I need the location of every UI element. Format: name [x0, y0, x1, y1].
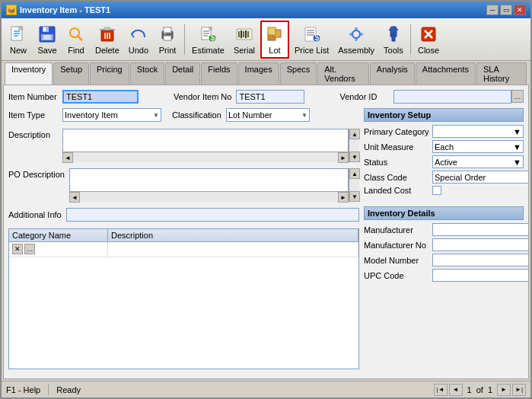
class-code-input[interactable] — [432, 171, 529, 184]
item-number-input[interactable] — [62, 90, 139, 104]
vendor-id-input[interactable] — [393, 90, 511, 104]
status-value: Active — [435, 158, 457, 167]
tab-pricing[interactable]: Pricing — [90, 62, 129, 85]
restore-button[interactable]: ▭ — [500, 5, 512, 15]
class-code-label: Class Code — [364, 173, 432, 182]
undo-icon — [129, 24, 148, 44]
status-select[interactable]: Active ▼ — [432, 155, 524, 168]
nav-first-button[interactable]: |◄ — [434, 384, 448, 396]
nav-prev-button[interactable]: ◄ — [449, 384, 463, 396]
tools-button[interactable]: Tools — [380, 21, 407, 59]
po-desc-scrollbar-v: ▲ ▼ — [349, 168, 359, 202]
lot-button[interactable]: Lot — [260, 21, 289, 59]
item-number-row: Item Number Vendor Item No Vendor ID … — [8, 90, 524, 104]
unit-measure-select[interactable]: Each ▼ — [432, 140, 524, 153]
description-scroll-right[interactable]: ► — [338, 152, 349, 163]
close-icon — [419, 24, 438, 44]
price-list-button[interactable]: $ Price List — [291, 21, 333, 59]
close-window-button[interactable]: ✕ — [514, 5, 526, 15]
item-type-row: Item Type Inventory Item ▼ Classificatio… — [8, 108, 359, 122]
tab-specs[interactable]: Specs — [280, 62, 317, 85]
lot-icon — [265, 24, 285, 44]
find-button[interactable]: Find — [62, 21, 90, 59]
find-icon — [66, 24, 86, 44]
tab-fields[interactable]: Fields — [201, 62, 237, 85]
tab-inventory[interactable]: Inventory — [5, 62, 53, 85]
left-panel: Item Type Inventory Item ▼ Classificatio… — [8, 108, 359, 369]
inventory-setup-title: Inventory Setup — [364, 108, 524, 122]
tab-stock[interactable]: Stock — [130, 62, 165, 85]
page-total: 1 — [488, 385, 492, 394]
tools-label: Tools — [384, 46, 403, 55]
primary-category-arrow: ▼ — [513, 127, 521, 136]
delete-label: Delete — [95, 46, 119, 55]
po-scroll-up[interactable]: ▲ — [349, 168, 360, 179]
title-bar: 📦 Inventory Item - TEST1 ─ ▭ ✕ — [2, 2, 530, 18]
tab-images[interactable]: Images — [238, 62, 279, 85]
manufacturer-no-label: Manufacturer No — [364, 241, 432, 250]
upc-code-input[interactable] — [432, 269, 529, 282]
manufacturer-no-row: Manufacturer No — [364, 238, 524, 251]
grid-add-row-button[interactable]: … — [24, 244, 35, 254]
svg-point-48 — [360, 33, 363, 36]
item-number-label: Item Number — [8, 92, 58, 101]
item-type-select[interactable]: Inventory Item ▼ — [62, 108, 161, 122]
po-scroll-down[interactable]: ▼ — [349, 191, 360, 202]
model-number-row: Model Number — [364, 254, 524, 267]
po-scroll-h-track — [80, 192, 338, 202]
print-button[interactable]: Print — [154, 21, 181, 59]
model-number-label: Model Number — [364, 256, 432, 265]
description-scroll-up[interactable]: ▲ — [349, 129, 360, 139]
svg-rect-23 — [209, 27, 212, 30]
manufacturer-label: Manufacturer — [364, 225, 432, 235]
close-button[interactable]: Close — [414, 21, 443, 59]
vendor-id-browse-button[interactable]: … — [511, 90, 524, 103]
new-button[interactable]: New — [5, 21, 32, 59]
serial-button[interactable]: Serial — [230, 21, 259, 59]
vendor-item-no-label: Vendor Item No — [174, 92, 231, 101]
assembly-icon — [346, 24, 366, 44]
undo-button[interactable]: Undo — [125, 21, 152, 59]
tab-setup[interactable]: Setup — [53, 62, 89, 85]
po-scroll-right[interactable]: ► — [338, 192, 349, 203]
landed-cost-checkbox[interactable] — [432, 186, 441, 195]
primary-category-select[interactable]: ▼ — [432, 125, 524, 138]
category-grid: Category Name Description ✕ … — [8, 228, 359, 369]
grid-action-cell: ✕ … — [9, 242, 108, 257]
classification-select[interactable]: Lot Number ▼ — [226, 108, 310, 122]
description-scrollbar-v: ▲ ▼ — [349, 129, 359, 162]
model-number-input[interactable] — [432, 254, 529, 267]
assembly-button[interactable]: Assembly — [334, 21, 378, 59]
primary-category-label: Primary Category — [364, 127, 432, 136]
classification-arrow: ▼ — [301, 112, 307, 119]
tab-alt-vendors[interactable]: Alt. Vendors — [317, 62, 369, 85]
delete-button[interactable]: Delete — [91, 21, 123, 59]
print-label: Print — [159, 46, 177, 55]
manufacturer-no-input[interactable] — [432, 238, 529, 251]
page-of: of — [476, 385, 483, 394]
po-scroll-left[interactable]: ◄ — [69, 192, 80, 203]
vendor-item-no-input[interactable] — [236, 90, 304, 104]
manufacturer-input[interactable] — [432, 223, 529, 236]
primary-category-row: Primary Category ▼ — [364, 125, 524, 138]
description-scroll-left[interactable]: ◄ — [62, 152, 73, 163]
nav-last-button[interactable]: ►| — [512, 384, 526, 396]
help-text: F1 - Help — [6, 385, 40, 394]
tab-analysis[interactable]: Analysis — [370, 62, 415, 85]
description-container: Description ▲ ▼ ◄ ► — [8, 129, 359, 162]
description-scroll-down[interactable]: ▼ — [349, 152, 360, 162]
tab-sla-history[interactable]: SLA History — [476, 62, 527, 85]
upc-code-row: UPC Code — [364, 269, 524, 282]
save-button[interactable]: Save — [33, 21, 61, 59]
window-title: Inventory Item - TEST1 — [20, 5, 110, 14]
undo-label: Undo — [129, 46, 148, 55]
additional-info-input[interactable] — [66, 208, 359, 222]
minimize-button[interactable]: ─ — [486, 5, 499, 15]
estimate-button[interactable]: $ Estimate — [188, 21, 228, 59]
nav-next-button[interactable]: ► — [497, 384, 511, 396]
grid-delete-row-button[interactable]: ✕ — [12, 244, 23, 254]
unit-measure-row: Unit Measure Each ▼ — [364, 140, 524, 153]
svg-text:$: $ — [314, 33, 319, 42]
tab-attachments[interactable]: Attachments — [416, 62, 476, 85]
tab-detail[interactable]: Detail — [165, 62, 200, 85]
